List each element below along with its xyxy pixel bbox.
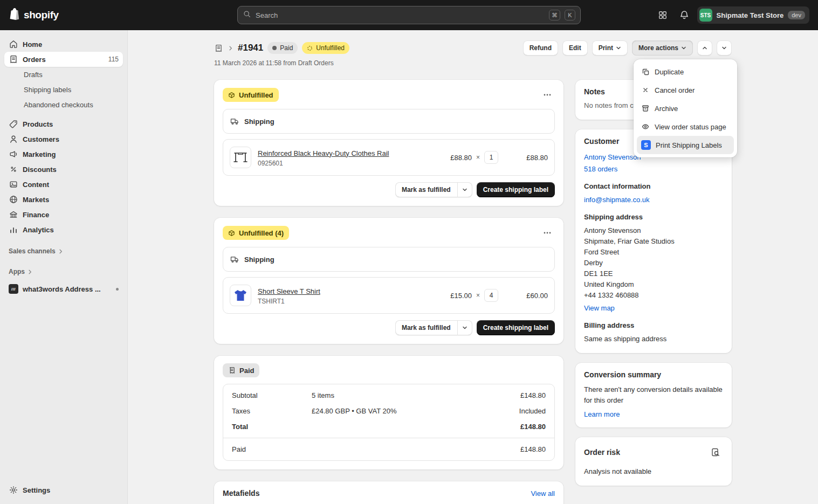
sidebar-item-products[interactable]: Products xyxy=(4,116,123,132)
gear-icon xyxy=(9,485,18,495)
risk-analysis-button[interactable] xyxy=(708,445,723,460)
shopify-logo[interactable]: shopify xyxy=(9,8,59,23)
sidebar-item-drafts[interactable]: Drafts xyxy=(4,67,123,82)
shipping-method-row[interactable]: Shipping xyxy=(223,109,555,134)
learn-more-link[interactable]: Learn more xyxy=(584,410,620,418)
sidebar-item-shipping-labels[interactable]: Shipping labels xyxy=(4,82,123,97)
shipping-method-row[interactable]: Shipping xyxy=(223,247,555,272)
mark-as-fulfilled-caret-button[interactable] xyxy=(457,320,472,335)
chevron-right-icon xyxy=(27,269,33,275)
payment-summary-box: Subtotal 5 items £148.80 Taxes £24.80 GB… xyxy=(223,384,555,461)
sidebar-item-customers[interactable]: Customers xyxy=(4,132,123,147)
markets-icon xyxy=(9,195,18,204)
product-thumbnail xyxy=(230,285,251,306)
sidebar-item-analytics[interactable]: Analytics xyxy=(4,222,123,237)
order-risk-title: Order risk xyxy=(584,448,620,457)
sidebar-item-markets[interactable]: Markets xyxy=(4,192,123,207)
sidebar-item-label: Abandoned checkouts xyxy=(24,101,93,109)
sidebar-item-label: Finance xyxy=(23,211,49,219)
truck-icon xyxy=(230,116,239,126)
bell-icon xyxy=(679,10,690,20)
menu-item-duplicate[interactable]: Duplicate xyxy=(637,63,734,81)
conversion-summary-title: Conversion summary xyxy=(584,370,723,379)
refund-button[interactable]: Refund xyxy=(523,40,558,56)
sidebar-item-label: Orders xyxy=(23,56,46,64)
store-menu-button[interactable]: STS Shipmate Test Store dev xyxy=(697,6,809,24)
customers-icon xyxy=(9,134,18,144)
store-avatar: STS xyxy=(699,9,712,22)
sidebar-item-content[interactable]: Content xyxy=(4,177,123,192)
menu-item-archive[interactable]: Archive xyxy=(637,99,734,118)
menu-item-print-shipping-labels[interactable]: S Print Shipping Labels xyxy=(637,136,734,154)
customer-orders-link[interactable]: 518 orders xyxy=(584,165,617,173)
shopify-admin-order-page: shopify Search ⌘ K STS Shipmate Test Sto… xyxy=(0,0,818,504)
unit-price: £88.80 xyxy=(450,154,472,162)
order-page-icon xyxy=(214,44,223,53)
card-overflow-menu-button[interactable] xyxy=(540,225,555,240)
sidebar-item-marketing[interactable]: Marketing xyxy=(4,147,123,162)
sidebar-item-label: Discounts xyxy=(23,165,57,174)
sidebar-item-home[interactable]: Home xyxy=(4,37,123,52)
sidebar-item-what3words[interactable]: /// what3words Address ... xyxy=(4,281,123,296)
menu-item-view-order-status-page[interactable]: View order status page xyxy=(637,118,734,136)
sidebar: Home Orders 115 Drafts Shipping labels A… xyxy=(0,30,128,504)
sidebar-item-label: what3words Address ... xyxy=(23,285,101,293)
previous-order-button[interactable] xyxy=(697,40,712,56)
quantity-chip: 1 xyxy=(484,151,498,164)
contact-information-heading: Contact information xyxy=(584,182,723,190)
mark-as-fulfilled-button[interactable]: Mark as fulfilled xyxy=(395,320,457,335)
next-order-button[interactable] xyxy=(717,40,732,56)
sidebar-item-abandoned-checkouts[interactable]: Abandoned checkouts xyxy=(4,97,123,112)
card-overflow-menu-button[interactable] xyxy=(540,87,555,102)
truck-icon xyxy=(230,254,239,264)
topbar-right: STS Shipmate Test Store dev xyxy=(654,6,809,24)
menu-item-cancel-order[interactable]: Cancel order xyxy=(637,81,734,99)
eye-icon xyxy=(641,122,650,131)
fulfillment-card-1: Unfulfilled Shipping xyxy=(214,80,563,206)
price-quantity: £88.80 × 1 xyxy=(450,151,498,164)
mark-as-fulfilled-caret-button[interactable] xyxy=(457,182,472,197)
mark-as-fulfilled-button[interactable]: Mark as fulfilled xyxy=(395,182,457,197)
apps-section[interactable]: Apps xyxy=(4,265,123,278)
shopify-wordmark: shopify xyxy=(24,9,59,21)
view-all-link[interactable]: View all xyxy=(531,489,555,498)
price-quantity: £15.00 × 4 xyxy=(450,289,498,302)
sidebar-item-label: Markets xyxy=(23,196,49,204)
orders-icon xyxy=(9,54,18,64)
sidebar-divider xyxy=(4,112,123,116)
store-name: Shipmate Test Store xyxy=(717,11,784,19)
metafields-card: Metafields View all xyxy=(214,481,563,504)
view-map-link[interactable]: View map xyxy=(584,304,615,312)
customer-email-link[interactable]: info@shipmate.co.uk xyxy=(584,196,650,204)
global-search-input[interactable]: Search ⌘ K xyxy=(237,6,581,24)
customer-name-link[interactable]: Antony Stevenson xyxy=(584,153,641,161)
paid-row: Paid £148.80 xyxy=(223,438,554,460)
create-shipping-label-button[interactable]: Create shipping label xyxy=(477,182,555,197)
order-risk-body: Analysis not available xyxy=(584,466,723,477)
paid-badge: Paid xyxy=(223,363,259,377)
print-button[interactable]: Print xyxy=(592,40,628,56)
archive-icon xyxy=(641,104,650,113)
discounts-icon xyxy=(9,164,18,174)
create-shipping-label-button[interactable]: Create shipping label xyxy=(477,320,555,335)
finance-icon xyxy=(9,210,18,219)
sidebar-item-discounts[interactable]: Discounts xyxy=(4,162,123,177)
open-circle-icon xyxy=(307,45,313,51)
line-total: £60.00 xyxy=(505,292,548,300)
sidebar-item-settings[interactable]: Settings xyxy=(4,482,123,498)
sidebar-item-orders[interactable]: Orders 115 xyxy=(4,52,123,67)
sales-channels-section[interactable]: Sales channels xyxy=(4,245,123,258)
search-placeholder: Search xyxy=(256,11,545,19)
product-title-link[interactable]: Reinforced Black Heavy-Duty Clothes Rail xyxy=(258,149,389,157)
notifications-button[interactable] xyxy=(676,6,693,24)
edit-button[interactable]: Edit xyxy=(562,40,588,56)
fulfillment-status-badge: Unfulfilled xyxy=(302,42,349,54)
metafields-title: Metafields xyxy=(223,489,259,498)
product-title-link[interactable]: Short Sleeve T Shirt xyxy=(258,287,320,295)
more-actions-button[interactable]: More actions xyxy=(632,40,693,56)
mark-as-fulfilled-split-button: Mark as fulfilled xyxy=(395,320,472,335)
sidebar-item-finance[interactable]: Finance xyxy=(4,207,123,222)
payment-status-badge: Paid xyxy=(267,42,298,54)
admin-grid-button[interactable] xyxy=(654,6,671,24)
duplicate-icon xyxy=(641,67,650,76)
